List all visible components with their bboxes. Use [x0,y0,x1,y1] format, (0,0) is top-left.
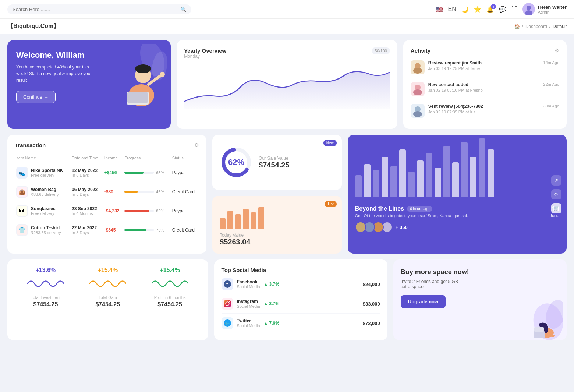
avatar-1 [355,222,366,233]
beyond-bar [382,157,388,197]
sale-value-card: New 62% Our Sale Value $7454.25 [212,135,342,190]
share-icon[interactable]: ↗ [551,175,561,186]
new-badge: New [323,140,337,146]
item-status: Credit Card [171,220,199,240]
item-status: Paypal [171,201,199,220]
sale-value: $7454.25 [259,161,289,169]
instagram-name: Instagram [237,299,260,304]
continue-button[interactable]: Continue → [16,91,56,103]
activity-time-3: 30m Ago [543,104,559,108]
item-days: In 5 Days [72,192,102,197]
welcome-banner: Welcome, William You have completed 40% … [7,40,171,129]
col-income: Income [103,153,123,163]
flag-icon[interactable]: 🇺🇸 [436,6,443,13]
item-status: Credit Card [171,182,199,201]
instagram-icon [222,298,233,310]
activity-list: Review request jim Smith Jan 03 19 12:25… [411,57,559,121]
item-icon: 👕 [16,224,28,236]
svg-rect-41 [534,331,545,338]
svg-point-9 [135,64,151,73]
cart-icon[interactable]: 🛒 [551,203,561,213]
svg-point-13 [413,68,422,74]
svg-point-16 [413,89,422,95]
beyond-bar [426,153,432,197]
chat-icon[interactable]: 💬 [499,6,506,13]
item-sub: ₹83.65 delivery [31,192,59,197]
beyond-bar [470,157,476,197]
facebook-name: Facebook [237,279,260,285]
item-name: Women Bag [31,187,59,192]
beyond-bar [408,172,415,197]
instagram-amount: $33,000 [363,301,380,307]
star-icon[interactable]: ⭐ [474,6,481,13]
metric-pct-investment: +13.6% [18,267,73,273]
item-sub: Free delivery [31,173,63,177]
metric-pct-profit: +15.4% [143,267,197,273]
breadcrumb-dashboard[interactable]: Dashboard [525,24,547,29]
beyond-bar [435,168,441,197]
upgrade-button[interactable]: Upgrade now [401,295,446,308]
facebook-amount: $24,000 [363,282,380,287]
instagram-growth: ▲ 3.7% [264,301,279,306]
item-sub: ₹283.65 delivery [31,230,61,235]
beyond-bar-chart [355,142,559,201]
notification-badge: 4 [491,4,496,9]
item-name: Nike Sports NK [31,168,63,173]
item-date: 28 Sep 2022 [72,206,102,211]
darkmode-icon[interactable]: 🌙 [461,6,469,13]
brand-logo: 【Biqubiqu.Com】 [7,22,59,30]
social-card: Top Social Media f Facebook Social Media… [214,259,387,340]
beyond-bar [461,142,468,197]
search-input[interactable] [13,7,177,12]
item-icon: 👜 [16,186,28,198]
item-days: In 8 Days [72,230,102,235]
fullscreen-icon[interactable]: ⛶ [511,6,517,13]
transaction-settings-icon[interactable]: ⚙ [194,142,199,148]
today-bar [243,209,249,229]
item-name: Sunglasses [31,206,56,211]
today-bar [227,211,233,229]
social-item-instagram: Instagram Social Media ▲ 3.7% $33,000 [222,294,380,314]
twitter-name: Twitter [237,318,260,324]
user-info[interactable]: Helen Walter Admin [522,3,567,15]
metrics-card: +13.6% Total Investment $7454.25 +15.4% … [7,259,208,340]
table-row: 👜 Women Bag ₹83.65 delivery 06 May 2022 … [15,182,199,201]
svg-point-1 [527,6,531,10]
banner-illustration [108,44,167,110]
plus-count: + 350 [396,225,408,230]
progress-label: 75% [156,228,164,232]
welcome-subtitle: You have completed 40% of your this week… [16,64,97,84]
item-income: -$80 [104,189,113,194]
activity-settings-icon[interactable]: ⚙ [554,47,559,53]
settings-icon-beyond[interactable]: ⚙ [551,189,561,199]
table-row: 🕶 Sunglasses Free delivery 28 Sep 2022 I… [15,201,199,220]
metric-wave-profit [152,276,188,291]
item-status: Paypal [171,163,199,182]
breadcrumb-sep1: / [522,24,523,29]
hot-badge: Hot [325,201,337,207]
social-item-twitter: 🐦 Twitter Social Media ▲ 7.6% $72,000 [222,314,380,333]
activity-text-3: Sent review (504)236-7302 Jan 02 19 07:3… [428,104,540,114]
buy-space-subtitle: Invite 2 Friends and get 5 GB extra spac… [401,279,467,289]
progress-fill [124,191,138,193]
twitter-icon: 🐦 [222,317,233,329]
item-income: -$645 [104,227,116,233]
metric-value-gain: $7454.25 [81,301,135,308]
twitter-amount: $72,000 [363,321,380,326]
progress-fill [124,172,144,174]
breadcrumb-current: Default [553,24,567,29]
breadcrumb-bar: 【Biqubiqu.Com】 🏠 / Dashboard / Default [0,19,574,34]
lang-label[interactable]: EN [448,6,456,13]
item-name: Cotton T-shirt [31,225,61,230]
progress-fill [124,229,146,231]
avatar [522,3,535,15]
search-bar[interactable]: 🔍 [7,4,191,14]
item-icon: 👟 [16,167,28,179]
today-label: Today Value [220,233,334,238]
svg-text:f: f [226,282,228,287]
progress-bar [124,191,154,193]
beyond-bar [355,175,362,197]
beyond-bar [479,138,485,197]
notification-icon[interactable]: 🔔 4 [486,6,494,13]
svg-point-19 [413,111,422,117]
